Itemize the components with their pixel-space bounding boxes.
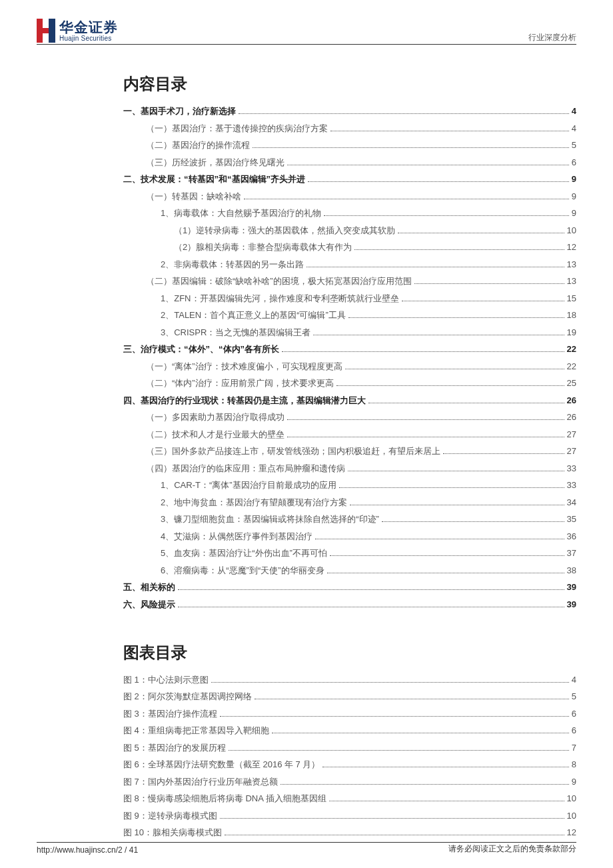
toc-entry: （四）基因治疗的临床应用：重点布局肿瘤和遗传病33: [123, 464, 576, 473]
page-number: 6: [572, 726, 576, 735]
dot-leader: [336, 385, 564, 386]
page-number: 4: [572, 124, 576, 133]
page-number: 12: [567, 828, 576, 837]
dot-leader: [281, 784, 569, 785]
toc-entry: 3、CRISPR：当之无愧的基因编辑王者19: [123, 328, 576, 337]
figure-entry: 图 9：逆转录病毒模式图10: [123, 811, 576, 820]
toc-entry: 1、病毒载体：大自然赐予基因治疗的礼物9: [123, 209, 576, 217]
toc-label: （三）国外多款产品接连上市，研发管线强劲；国内积极追赶，有望后来居上: [146, 447, 440, 455]
dot-leader: [327, 573, 564, 573]
toc-entry: 1、CAR-T：“离体”基因治疗目前最成功的应用33: [123, 481, 576, 489]
toc-label: 2、TALEN：首个真正意义上的基因“可编辑”工具: [161, 311, 346, 319]
page-number: 37: [567, 549, 576, 557]
figure-label: 图 3：基因治疗操作流程: [123, 709, 217, 718]
toc-entry: （三）历经波折，基因治疗终见曙光6: [123, 158, 576, 167]
toc-entry: 4、艾滋病：从偶然医疗事件到基因治疗36: [123, 532, 576, 541]
figure-label: 图 4：重组病毒把正常基因导入靶细胞: [123, 726, 269, 735]
page-number: 9: [572, 175, 576, 183]
figure-label: 图 8：慢病毒感染细胞后将病毒 DNA 插入细胞基因组: [123, 794, 326, 803]
toc-label: 6、溶瘤病毒：从“恶魔”到“天使”的华丽变身: [161, 566, 324, 575]
figure-label: 图 1：中心法则示意图: [123, 675, 209, 684]
toc-entry: 2、地中海贫血：基因治疗有望颠覆现有治疗方案34: [123, 498, 576, 507]
dot-leader: [308, 181, 569, 182]
figure-label: 图 6：全球基因疗法研究数量（截至 2016 年 7 月）: [123, 760, 320, 769]
page-number: 33: [567, 481, 576, 489]
page-number: 12: [567, 243, 576, 251]
page-number: 27: [567, 430, 576, 439]
logo-text-en: Huajin Securities: [59, 35, 118, 42]
dot-leader: [414, 283, 564, 284]
toc-title: 内容目录: [123, 73, 576, 95]
toc-label: （1）逆转录病毒：强大的基因载体，然插入突变成其软肋: [174, 226, 395, 235]
toc-entry: 2、TALEN：首个真正意义上的基因“可编辑”工具18: [123, 311, 576, 319]
page-number: 22: [567, 362, 576, 371]
dot-leader: [330, 555, 564, 556]
figure-label: 图 9：逆转录病毒模式图: [123, 811, 217, 820]
figure-entry: 图 3：基因治疗操作流程6: [123, 709, 576, 718]
toc-entry: 1、ZFN：开基因编辑先河，操作难度和专利垄断筑就行业壁垒15: [123, 294, 576, 303]
page-number: 26: [567, 396, 576, 405]
toc-entry: （二）基因治疗的操作流程5: [123, 141, 576, 149]
toc-label: 1、病毒载体：大自然赐予基因治疗的礼物: [161, 209, 321, 217]
page-number: 39: [567, 600, 576, 609]
page-number: 10: [567, 811, 576, 820]
dot-leader: [330, 131, 569, 131]
figure-label: 图 2：阿尔茨海默症基因调控网络: [123, 692, 252, 701]
header-category: 行业深度分析: [528, 32, 576, 43]
page-number: 6: [572, 709, 576, 718]
dot-leader: [287, 437, 564, 437]
toc-entry: （一）基因治疗：基于遗传操控的疾病治疗方案4: [123, 124, 576, 133]
page-number: 6: [572, 158, 576, 167]
toc-entry: 四、基因治疗的行业现状：转基因仍是主流，基因编辑潜力巨大26: [123, 396, 576, 405]
figure-label: 图 10：腺相关病毒模式图: [123, 828, 222, 837]
dot-leader: [282, 351, 564, 352]
page-number: 18: [567, 311, 576, 319]
toc-label: （二）“体内”治疗：应用前景广阔，技术要求更高: [146, 379, 334, 387]
toc-label: 3、CRISPR：当之无愧的基因编辑王者: [161, 328, 310, 337]
toc-label: 三、治疗模式：“体外”、“体内”各有所长: [123, 345, 279, 353]
dot-leader: [225, 835, 564, 835]
toc-label: 二、技术发展：“转基因”和“基因编辑”齐头并进: [123, 175, 305, 183]
dot-leader: [368, 403, 564, 403]
toc-entry: 5、血友病：基因治疗让“外伤出血”不再可怕37: [123, 549, 576, 557]
toc-entry: （二）技术和人才是行业最大的壁垒27: [123, 430, 576, 439]
toc-entry: （二）“体内”治疗：应用前景广阔，技术要求更高25: [123, 379, 576, 387]
figure-entry: 图 4：重组病毒把正常基因导入靶细胞6: [123, 726, 576, 735]
page-number: 22: [567, 345, 576, 353]
page-number: 39: [567, 583, 576, 591]
toc-entry: （2）腺相关病毒：非整合型病毒载体大有作为12: [123, 243, 576, 251]
dot-leader: [350, 505, 564, 505]
logo: 华金证券 Huajin Securities: [37, 19, 118, 43]
footer-left: http://www.huajinsc.cn/2 / 41: [37, 845, 138, 855]
dot-leader: [220, 716, 569, 717]
page-number: 15: [567, 294, 576, 303]
page-number: 9: [572, 777, 576, 786]
page-number: 5: [572, 141, 576, 149]
dot-leader: [329, 801, 564, 801]
figures-title: 图表目录: [123, 642, 576, 663]
toc-entry: 五、相关标的39: [123, 583, 576, 591]
page-number: 4: [572, 107, 576, 115]
dot-leader: [272, 733, 569, 733]
figure-entry: 图 5：基因治疗的发展历程7: [123, 743, 576, 752]
logo-text-cn: 华金证券: [59, 20, 118, 34]
toc-label: （四）基因治疗的临床应用：重点布局肿瘤和遗传病: [146, 464, 345, 473]
logo-mark-icon: [37, 19, 55, 43]
dot-leader: [220, 818, 564, 819]
toc-entry: 二、技术发展：“转基因”和“基因编辑”齐头并进9: [123, 175, 576, 183]
dot-leader: [253, 147, 569, 148]
figure-entry: 图 2：阿尔茨海默症基因调控网络5: [123, 692, 576, 701]
toc-label: 五、相关标的: [123, 583, 175, 591]
page-number: 35: [567, 515, 576, 523]
dot-leader: [382, 521, 564, 522]
dot-leader: [322, 767, 568, 767]
dot-leader: [402, 301, 564, 301]
toc-label: （2）腺相关病毒：非整合型病毒载体大有作为: [174, 243, 352, 251]
dot-leader: [315, 539, 564, 539]
toc-entry: （二）基因编辑：破除“缺啥补啥”的困境，极大拓宽基因治疗应用范围13: [123, 277, 576, 285]
toc-entry: （1）逆转录病毒：强大的基因载体，然插入突变成其软肋10: [123, 226, 576, 235]
page-number: 9: [572, 209, 576, 217]
toc-entry: （一）多因素助力基因治疗取得成功26: [123, 413, 576, 421]
header-rule: [37, 44, 576, 45]
toc-label: 2、非病毒载体：转基因的另一条出路: [161, 260, 304, 269]
